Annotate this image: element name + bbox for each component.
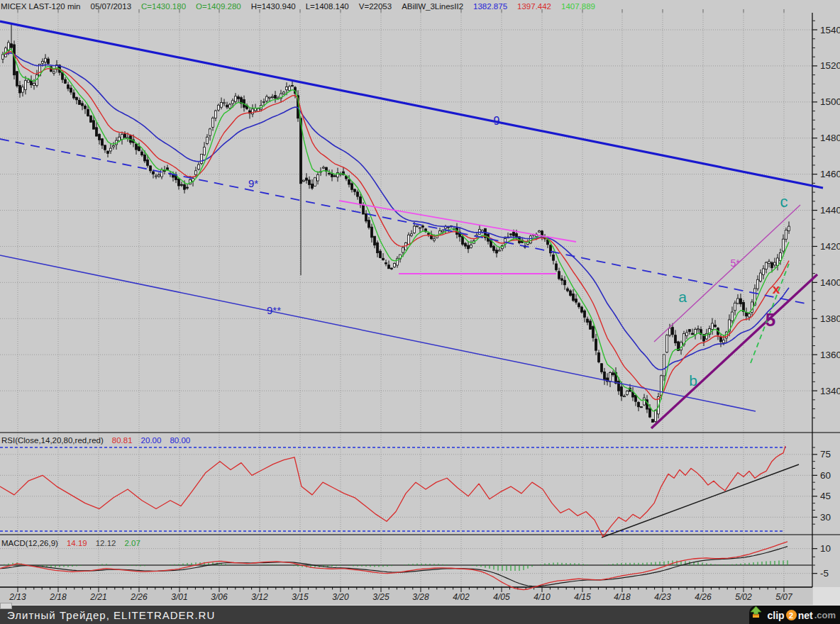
wave-label-a: a (678, 289, 687, 305)
elitetrader-caption: Элитный Трейдер, ELITETRADER.RU (0, 609, 215, 621)
svg-text:3/06: 3/06 (211, 592, 228, 602)
svg-text:1420: 1420 (820, 241, 840, 252)
trading-chart-screenshot: 2/132/182/212/263/013/063/123/153/203/25… (0, 0, 840, 624)
wave-label-9s: 9* (248, 177, 258, 189)
wave-label-9: 9 (494, 115, 500, 127)
svg-text:4/02: 4/02 (453, 592, 470, 602)
svg-text:3/28: 3/28 (412, 592, 429, 602)
svg-text:1340: 1340 (820, 386, 840, 396)
svg-text:4/26: 4/26 (695, 592, 712, 602)
svg-text:60: 60 (820, 470, 831, 481)
svg-text:1520: 1520 (820, 60, 840, 71)
svg-text:2/21: 2/21 (89, 592, 106, 602)
svg-text:3/12: 3/12 (251, 592, 268, 602)
svg-text:-5: -5 (820, 568, 829, 579)
svg-text:5/07: 5/07 (775, 592, 793, 602)
svg-text:45: 45 (820, 491, 831, 501)
svg-text:75: 75 (820, 449, 831, 459)
svg-text:5/02: 5/02 (735, 592, 752, 602)
wave-label-5: 5 (766, 309, 775, 330)
scroll-corner (0, 603, 12, 609)
svg-text:4/05: 4/05 (493, 592, 510, 602)
svg-text:4/18: 4/18 (614, 592, 631, 602)
svg-text:4/10: 4/10 (534, 592, 551, 602)
svg-text:1480: 1480 (820, 133, 840, 143)
svg-text:2/26: 2/26 (130, 592, 148, 602)
svg-text:1400: 1400 (820, 277, 840, 288)
logo-clip-text: clip (768, 610, 785, 621)
svg-text:1440: 1440 (820, 205, 840, 216)
wave-label-c: c (780, 193, 788, 211)
logo-domain-text: .com (814, 610, 836, 620)
svg-text:2/18: 2/18 (49, 592, 67, 602)
wave-label-5s: 5* (730, 257, 740, 269)
svg-text:30: 30 (820, 512, 831, 523)
logo-two-badge: 2 (786, 610, 797, 620)
status-bar: Элитный Трейдер, ELITETRADER.RU clip 2 n… (0, 605, 840, 624)
logo-net-text: net (798, 610, 813, 621)
wave-label-9ss: 9** (267, 304, 281, 316)
wave-label-b: b (689, 372, 697, 389)
clip2net-badge[interactable]: clip 2 net .com (749, 606, 840, 624)
svg-text:10: 10 (820, 543, 831, 554)
svg-text:1540: 1540 (820, 25, 840, 35)
svg-text:3/20: 3/20 (332, 592, 349, 602)
svg-text:4/15: 4/15 (574, 592, 591, 602)
svg-text:1460: 1460 (820, 169, 840, 179)
svg-text:4/23: 4/23 (654, 592, 671, 602)
svg-text:1360: 1360 (820, 350, 840, 360)
svg-text:3/15: 3/15 (292, 592, 309, 602)
clip2net-upload-icon (749, 606, 763, 619)
chart-background (0, 0, 840, 605)
svg-text:3/25: 3/25 (372, 592, 389, 602)
svg-text:1380: 1380 (820, 313, 840, 324)
wave-label-x: x (773, 282, 780, 296)
svg-text:2/13: 2/13 (9, 592, 26, 602)
svg-text:1500: 1500 (820, 96, 840, 107)
svg-text:3/01: 3/01 (171, 592, 187, 602)
chart-canvas[interactable]: 2/132/182/212/263/013/063/123/153/203/25… (0, 0, 840, 605)
